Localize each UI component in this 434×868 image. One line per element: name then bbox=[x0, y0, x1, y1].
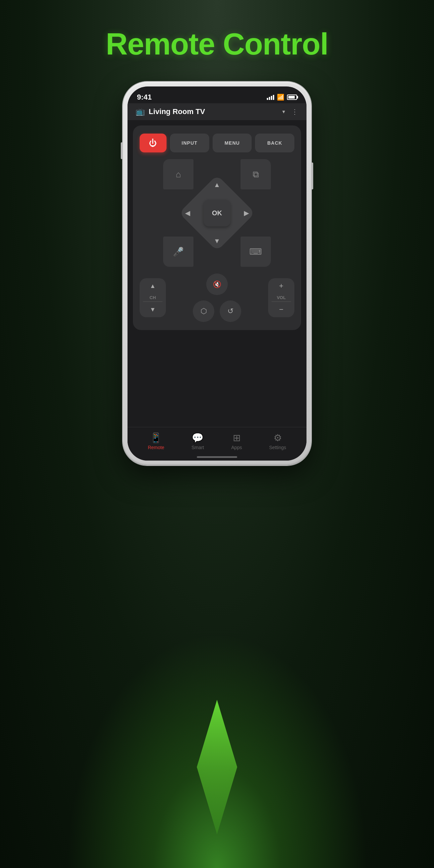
mute-icon: 🔇 bbox=[213, 280, 221, 288]
apps-nav-icon: ⊞ bbox=[233, 432, 241, 443]
volume-down-button[interactable]: − bbox=[268, 302, 294, 317]
power-side-button bbox=[311, 162, 313, 189]
center-controls: 🔇 ⬡ ↺ bbox=[193, 274, 241, 322]
app-title: Remote Control bbox=[106, 27, 328, 62]
volume-side-button bbox=[121, 142, 123, 159]
keyboard-icon: ⌨ bbox=[249, 247, 262, 257]
menu-button[interactable]: MENU bbox=[213, 133, 252, 152]
dpad-diamond: ▲ ▼ ◀ ▶ OK bbox=[183, 179, 251, 247]
source-nav-button[interactable]: ⬡ bbox=[193, 301, 214, 322]
nav-item-apps[interactable]: ⊞ Apps bbox=[231, 432, 242, 450]
remote-nav-label: Remote bbox=[148, 445, 164, 450]
remote-nav-icon: 📱 bbox=[150, 432, 162, 443]
bottom-nav: 📱 Remote 💬 Smart ⊞ Apps ⚙ Settings bbox=[127, 427, 307, 461]
phone-frame: 9:41 📶 📺 Living Room TV bbox=[123, 82, 311, 465]
channel-down-button[interactable]: ▼ bbox=[140, 302, 166, 317]
smart-nav-icon: 💬 bbox=[192, 432, 204, 443]
nav-item-settings[interactable]: ⚙ Settings bbox=[269, 432, 286, 450]
mic-icon: 🎤 bbox=[173, 247, 184, 257]
dpad-container: ⌂ ⧉ 🎤 ⌨ bbox=[140, 159, 294, 267]
arrow-right-button[interactable]: ▶ bbox=[244, 209, 249, 217]
dpad-outer: ⌂ ⧉ 🎤 ⌨ bbox=[163, 159, 271, 267]
return-icon: ↺ bbox=[227, 307, 234, 316]
battery-icon bbox=[287, 95, 297, 100]
notch bbox=[190, 87, 244, 98]
arrow-up-button[interactable]: ▲ bbox=[214, 181, 220, 189]
nav-item-remote[interactable]: 📱 Remote bbox=[148, 432, 164, 450]
status-time: 9:41 bbox=[137, 93, 152, 102]
phone-screen: 9:41 📶 📺 Living Room TV bbox=[127, 87, 307, 461]
power-button[interactable]: ⏻ bbox=[140, 133, 166, 152]
ok-label: OK bbox=[212, 209, 222, 217]
top-buttons-row: ⏻ INPUT MENU BACK bbox=[140, 133, 294, 152]
channel-control: ▲ CH ▼ bbox=[140, 278, 166, 317]
home-icon: ⌂ bbox=[176, 169, 181, 180]
vol-label: VOL bbox=[268, 294, 294, 302]
device-name: Living Room TV bbox=[149, 107, 281, 116]
apps-nav-label: Apps bbox=[231, 445, 242, 450]
dropdown-button[interactable]: ▼ bbox=[281, 109, 286, 114]
remote-control-panel: ⏻ INPUT MENU BACK ⌂ ⧉ bbox=[133, 125, 301, 330]
nav-item-smart[interactable]: 💬 Smart bbox=[191, 432, 204, 450]
wifi-icon: 📶 bbox=[277, 94, 284, 101]
ch-label: CH bbox=[140, 294, 166, 302]
phone-mockup: 9:41 📶 📺 Living Room TV bbox=[123, 82, 311, 465]
return-button[interactable]: ↺ bbox=[220, 301, 241, 322]
tv-icon: 📺 bbox=[135, 107, 145, 116]
more-options-button[interactable]: ⋮ bbox=[291, 108, 299, 116]
media-controls: ▲ CH ▼ 🔇 ⬡ bbox=[140, 274, 294, 322]
settings-nav-label: Settings bbox=[269, 445, 286, 450]
back-button[interactable]: BACK bbox=[255, 133, 294, 152]
input-button[interactable]: INPUT bbox=[170, 133, 209, 152]
volume-up-button[interactable]: + bbox=[268, 278, 294, 294]
power-icon: ⏻ bbox=[149, 138, 157, 148]
arrow-left-button[interactable]: ◀ bbox=[185, 209, 190, 217]
settings-nav-icon: ⚙ bbox=[274, 432, 282, 443]
channel-up-button[interactable]: ▲ bbox=[140, 278, 166, 294]
volume-control: + VOL − bbox=[268, 278, 294, 317]
ok-button[interactable]: OK bbox=[204, 199, 230, 226]
status-icons: 📶 bbox=[267, 94, 297, 101]
home-indicator bbox=[197, 456, 237, 458]
app-header: 📺 Living Room TV ▼ ⋮ bbox=[127, 103, 307, 120]
source-icon: ⧉ bbox=[253, 169, 259, 180]
signal-icon bbox=[267, 95, 274, 100]
nav-buttons-row: ⬡ ↺ bbox=[193, 301, 241, 322]
mute-button[interactable]: 🔇 bbox=[206, 274, 228, 295]
source-nav-icon: ⬡ bbox=[200, 307, 207, 316]
arrow-down-button[interactable]: ▼ bbox=[214, 237, 220, 245]
smart-nav-label: Smart bbox=[191, 445, 204, 450]
